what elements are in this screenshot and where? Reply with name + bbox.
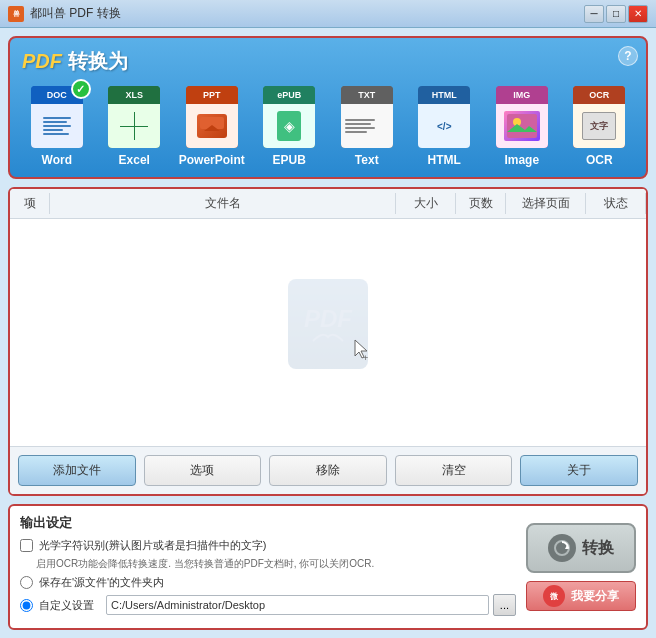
cursor-add-icon: + bbox=[353, 338, 373, 367]
img-svg bbox=[507, 114, 537, 138]
excel-grid bbox=[120, 112, 148, 140]
close-button[interactable]: ✕ bbox=[628, 5, 648, 23]
ocr-icon-body: 文字 bbox=[573, 104, 625, 148]
format-ppt[interactable]: PPT PowerPoint bbox=[177, 83, 247, 167]
format-icons: DOC ✓ Word bbox=[22, 83, 634, 167]
txt-doc-icon: TXT bbox=[341, 86, 393, 148]
txt-line bbox=[345, 119, 375, 121]
epub-shape: ◈ bbox=[277, 111, 301, 141]
clear-button[interactable]: 清空 bbox=[395, 455, 513, 486]
file-buttons: 添加文件 选项 移除 清空 关于 bbox=[10, 446, 646, 494]
title-bar: 兽 都叫兽 PDF 转换 ─ □ ✕ bbox=[0, 0, 656, 28]
about-button[interactable]: 关于 bbox=[520, 455, 638, 486]
epub-label: EPUB bbox=[273, 153, 306, 167]
col-header-size: 大小 bbox=[396, 193, 456, 214]
format-html-icon-wrap: HTML </> bbox=[414, 83, 474, 151]
excel-icon-header: XLS bbox=[108, 86, 160, 104]
custom-row: 自定义设置 ... bbox=[20, 594, 516, 616]
format-excel[interactable]: XLS Excel bbox=[100, 83, 170, 167]
format-word-icon-wrap: DOC ✓ bbox=[27, 83, 87, 151]
output-right: 转换 微 我要分享 bbox=[526, 514, 636, 620]
html-icon-inner: </> bbox=[437, 121, 451, 132]
epub-icon-header: ePUB bbox=[263, 86, 315, 104]
custom-label: 自定义设置 bbox=[39, 598, 94, 613]
help-button[interactable]: ? bbox=[618, 46, 638, 66]
convert-button[interactable]: 转换 bbox=[526, 523, 636, 573]
epub-icon-body: ◈ bbox=[263, 104, 315, 148]
path-input[interactable] bbox=[106, 595, 489, 615]
save-source-row: 保存在'源文件'的文件夹内 bbox=[20, 575, 516, 590]
html-doc-icon: HTML </> bbox=[418, 86, 470, 148]
file-table-body[interactable]: PDF + bbox=[10, 219, 646, 446]
excel-cell bbox=[120, 112, 134, 126]
options-button[interactable]: 选项 bbox=[144, 455, 262, 486]
window-controls: ─ □ ✕ bbox=[584, 5, 648, 23]
word-line bbox=[43, 117, 71, 119]
convert-svg bbox=[553, 539, 571, 557]
custom-radio[interactable] bbox=[20, 599, 33, 612]
save-source-radio[interactable] bbox=[20, 576, 33, 589]
convert-to-label: 转换为 bbox=[68, 50, 128, 72]
minimize-button[interactable]: ─ bbox=[584, 5, 604, 23]
word-line bbox=[43, 121, 67, 123]
txt-lines bbox=[341, 115, 393, 137]
share-button[interactable]: 微 我要分享 bbox=[526, 581, 636, 611]
format-word[interactable]: DOC ✓ Word bbox=[22, 83, 92, 167]
browse-button[interactable]: ... bbox=[493, 594, 516, 616]
img-icon-header: IMG bbox=[496, 86, 548, 104]
format-epub[interactable]: ePUB ◈ EPUB bbox=[255, 83, 325, 167]
output-left: 输出设定 光学字符识别(辨认图片或者是扫描件中的文字) 启用OCR功能会降低转换… bbox=[20, 514, 516, 620]
word-icon-body bbox=[31, 104, 83, 148]
format-ocr[interactable]: OCR 文字 OCR bbox=[565, 83, 635, 167]
ocr-doc-icon: OCR 文字 bbox=[573, 86, 625, 148]
selected-badge: ✓ bbox=[71, 79, 91, 99]
ocr-row: 光学字符识别(辨认图片或者是扫描件中的文字) bbox=[20, 538, 516, 553]
ocr-label: 光学字符识别(辨认图片或者是扫描件中的文字) bbox=[39, 538, 266, 553]
format-img-icon-wrap: IMG bbox=[492, 83, 552, 151]
ocr-checkbox[interactable] bbox=[20, 539, 33, 552]
main-content: PDF 转换为 ? DOC bbox=[0, 28, 656, 638]
excel-cell bbox=[120, 127, 134, 141]
txt-line bbox=[345, 123, 371, 125]
ppt-icon-header: PPT bbox=[186, 86, 238, 104]
convert-label: 转换 bbox=[582, 538, 614, 559]
excel-icon-body bbox=[108, 104, 160, 148]
excel-doc-icon: XLS bbox=[108, 86, 160, 148]
txt-line bbox=[345, 131, 367, 133]
cursor-svg: + bbox=[353, 338, 373, 362]
txt-label: Text bbox=[355, 153, 379, 167]
format-html[interactable]: HTML </> HTML bbox=[410, 83, 480, 167]
word-line bbox=[43, 133, 69, 135]
format-txt[interactable]: TXT Text bbox=[332, 83, 402, 167]
share-label: 我要分享 bbox=[571, 588, 619, 605]
maximize-button[interactable]: □ bbox=[606, 5, 626, 23]
convert-icon bbox=[548, 534, 576, 562]
ppt-shape bbox=[197, 114, 227, 138]
format-excel-icon-wrap: XLS bbox=[104, 83, 164, 151]
file-panel: 项 文件名 大小 页数 选择页面 状态 PDF + bbox=[8, 187, 648, 496]
svg-rect-2 bbox=[507, 114, 537, 138]
txt-icon-body bbox=[341, 104, 393, 148]
word-line bbox=[43, 125, 71, 127]
weibo-text: 微 bbox=[550, 591, 558, 602]
convert-panel: PDF 转换为 ? DOC bbox=[8, 36, 648, 179]
convert-title: PDF 转换为 bbox=[22, 48, 634, 75]
format-img[interactable]: IMG Image bbox=[487, 83, 557, 167]
ppt-icon-body bbox=[186, 104, 238, 148]
col-header-pages: 页数 bbox=[456, 193, 506, 214]
col-header-num: 项 bbox=[10, 193, 50, 214]
save-source-label: 保存在'源文件'的文件夹内 bbox=[39, 575, 164, 590]
add-file-button[interactable]: 添加文件 bbox=[18, 455, 136, 486]
format-txt-icon-wrap: TXT bbox=[337, 83, 397, 151]
pdf-watermark-bird bbox=[308, 329, 348, 343]
file-table-header: 项 文件名 大小 页数 选择页面 状态 bbox=[10, 189, 646, 219]
ocr-text: 文字 bbox=[590, 120, 608, 133]
img-preview bbox=[504, 111, 540, 141]
output-title: 输出设定 bbox=[20, 514, 516, 532]
excel-label: Excel bbox=[119, 153, 150, 167]
ppt-doc-icon: PPT bbox=[186, 86, 238, 148]
html-icon-body: </> bbox=[418, 104, 470, 148]
col-header-name: 文件名 bbox=[50, 193, 396, 214]
ocr-label: OCR bbox=[586, 153, 613, 167]
remove-button[interactable]: 移除 bbox=[269, 455, 387, 486]
